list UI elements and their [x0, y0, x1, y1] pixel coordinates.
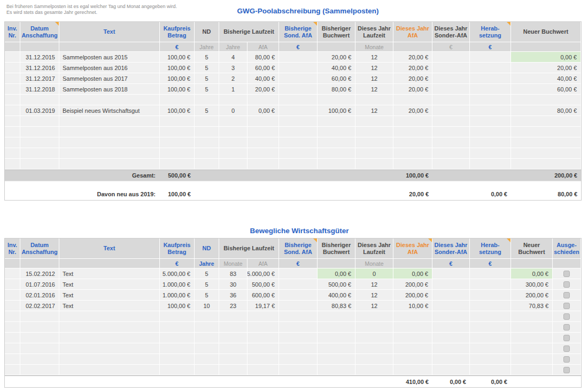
cell-bisherige_laufzeit_afa[interactable]: [247, 159, 279, 170]
cell-datum_anschaffung[interactable]: [20, 322, 59, 333]
cell-herabsetzung[interactable]: [470, 159, 511, 170]
cell-neuer_buchwert[interactable]: [511, 95, 581, 105]
cell-datum_anschaffung[interactable]: [20, 343, 59, 354]
cell-neuer_buchwert[interactable]: [511, 148, 581, 159]
cell-dieses_jahr_afa[interactable]: 0,00 €: [393, 268, 432, 279]
cell-bisheriger_buchwert[interactable]: [318, 354, 355, 365]
cell-nd[interactable]: [195, 365, 219, 375]
cell-text[interactable]: Sammelposten aus 2016: [59, 63, 160, 73]
cell-nd[interactable]: [195, 322, 219, 333]
cell-nd[interactable]: 5: [195, 290, 219, 301]
cell-dieses_jahr_afa[interactable]: [393, 343, 432, 354]
cell-nd[interactable]: [195, 159, 219, 170]
cell-dieses_jahr_afa[interactable]: 20,00 €: [393, 52, 432, 63]
cell-bisherige_laufzeit_zeit[interactable]: 30: [219, 279, 247, 290]
cell-text[interactable]: [59, 127, 160, 137]
cell-dieses_jahr_afa[interactable]: [393, 95, 432, 105]
cell-inv_nr[interactable]: [5, 311, 20, 322]
cell-inv_nr[interactable]: [5, 279, 20, 290]
cell-bisherige_laufzeit_afa[interactable]: 500,00 €: [247, 279, 279, 290]
cell-bisherige_laufzeit_afa[interactable]: [247, 354, 279, 365]
cell-bisherige_laufzeit_afa[interactable]: 40,00 €: [247, 73, 279, 84]
cell-nd[interactable]: [195, 116, 219, 127]
cell-datum_anschaffung[interactable]: [20, 95, 59, 105]
cell-text[interactable]: [59, 137, 160, 148]
cell-ausgeschieden[interactable]: [553, 322, 581, 333]
cell-bisherige_sond_afa[interactable]: [279, 354, 318, 365]
cell-bisheriger_buchwert[interactable]: [318, 148, 355, 159]
cell-datum_anschaffung[interactable]: 31.12.2017: [20, 73, 59, 84]
cell-dieses_jahr_sonder_afa[interactable]: [432, 127, 470, 137]
cell-nd[interactable]: 5: [195, 84, 219, 95]
cell-datum_anschaffung[interactable]: 01.07.2016: [20, 279, 59, 290]
ausgeschieden-checkbox[interactable]: [563, 324, 570, 330]
cell-dieses_jahr_sonder_afa[interactable]: [432, 95, 470, 105]
cell-dieses_jahr_laufzeit[interactable]: 12: [355, 63, 393, 73]
cell-bisherige_laufzeit_afa[interactable]: [247, 95, 279, 105]
cell-text[interactable]: Sammelposten aus 2017: [59, 73, 160, 84]
cell-inv_nr[interactable]: [5, 354, 20, 365]
cell-herabsetzung[interactable]: [470, 127, 511, 137]
cell-dieses_jahr_laufzeit[interactable]: 0: [355, 268, 393, 279]
cell-herabsetzung[interactable]: [470, 148, 511, 159]
cell-bisheriger_buchwert[interactable]: [318, 322, 355, 333]
cell-text[interactable]: [59, 365, 160, 375]
cell-bisheriger_buchwert[interactable]: 0,00 €: [318, 268, 355, 279]
cell-herabsetzung[interactable]: [470, 290, 511, 301]
cell-bisherige_sond_afa[interactable]: [279, 311, 318, 322]
cell-datum_anschaffung[interactable]: [20, 159, 59, 170]
cell-kaufpreis_betrag[interactable]: 5.000,00 €: [160, 268, 195, 279]
cell-bisheriger_buchwert[interactable]: 80,83 €: [318, 301, 355, 311]
cell-ausgeschieden[interactable]: [553, 311, 581, 322]
cell-dieses_jahr_afa[interactable]: [393, 354, 432, 365]
cell-bisherige_laufzeit_afa[interactable]: [247, 127, 279, 137]
cell-dieses_jahr_afa[interactable]: [393, 137, 432, 148]
cell-inv_nr[interactable]: [5, 159, 20, 170]
cell-neuer_buchwert[interactable]: 40,00 €: [511, 73, 581, 84]
cell-herabsetzung[interactable]: [470, 116, 511, 127]
cell-dieses_jahr_laufzeit[interactable]: [355, 311, 393, 322]
cell-bisherige_laufzeit_zeit[interactable]: [219, 127, 247, 137]
cell-kaufpreis_betrag[interactable]: [160, 322, 195, 333]
cell-herabsetzung[interactable]: [470, 63, 511, 73]
cell-bisherige_laufzeit_zeit[interactable]: 83: [219, 268, 247, 279]
cell-bisherige_laufzeit_zeit[interactable]: 3: [219, 63, 247, 73]
cell-bisherige_sond_afa[interactable]: [279, 279, 318, 290]
cell-datum_anschaffung[interactable]: [20, 137, 59, 148]
cell-dieses_jahr_laufzeit[interactable]: [355, 116, 393, 127]
cell-bisheriger_buchwert[interactable]: 500,00 €: [318, 279, 355, 290]
cell-dieses_jahr_sonder_afa[interactable]: [432, 333, 470, 343]
cell-neuer_buchwert[interactable]: 200,00 €: [511, 290, 553, 301]
cell-kaufpreis_betrag[interactable]: [160, 116, 195, 127]
cell-inv_nr[interactable]: [5, 116, 20, 127]
cell-datum_anschaffung[interactable]: [20, 148, 59, 159]
ausgeschieden-checkbox[interactable]: [563, 303, 570, 309]
cell-bisherige_laufzeit_zeit[interactable]: [219, 354, 247, 365]
cell-nd[interactable]: 5: [195, 63, 219, 73]
cell-datum_anschaffung[interactable]: 15.02.2012: [20, 268, 59, 279]
cell-bisherige_laufzeit_zeit[interactable]: [219, 365, 247, 375]
cell-dieses_jahr_laufzeit[interactable]: 12: [355, 84, 393, 95]
cell-datum_anschaffung[interactable]: [20, 365, 59, 375]
cell-herabsetzung[interactable]: [470, 354, 511, 365]
cell-dieses_jahr_sonder_afa[interactable]: [432, 63, 470, 73]
cell-bisherige_laufzeit_zeit[interactable]: [219, 322, 247, 333]
cell-neuer_buchwert[interactable]: [511, 354, 553, 365]
cell-inv_nr[interactable]: [5, 343, 20, 354]
cell-bisherige_laufzeit_zeit[interactable]: 4: [219, 52, 247, 63]
cell-neuer_buchwert[interactable]: 80,00 €: [511, 105, 581, 116]
cell-bisherige_sond_afa[interactable]: [279, 301, 318, 311]
cell-bisherige_laufzeit_afa[interactable]: 0,00 €: [247, 105, 279, 116]
cell-herabsetzung[interactable]: [470, 322, 511, 333]
cell-bisherige_sond_afa[interactable]: [279, 73, 318, 84]
cell-inv_nr[interactable]: [5, 63, 20, 73]
cell-herabsetzung[interactable]: [470, 84, 511, 95]
cell-bisheriger_buchwert[interactable]: 60,00 €: [318, 73, 355, 84]
cell-dieses_jahr_afa[interactable]: [393, 127, 432, 137]
cell-inv_nr[interactable]: [5, 322, 20, 333]
cell-neuer_buchwert[interactable]: [511, 127, 581, 137]
cell-dieses_jahr_laufzeit[interactable]: [355, 148, 393, 159]
cell-dieses_jahr_afa[interactable]: 20,00 €: [393, 73, 432, 84]
cell-bisherige_laufzeit_afa[interactable]: 60,00 €: [247, 63, 279, 73]
cell-kaufpreis_betrag[interactable]: 100,00 €: [160, 63, 195, 73]
